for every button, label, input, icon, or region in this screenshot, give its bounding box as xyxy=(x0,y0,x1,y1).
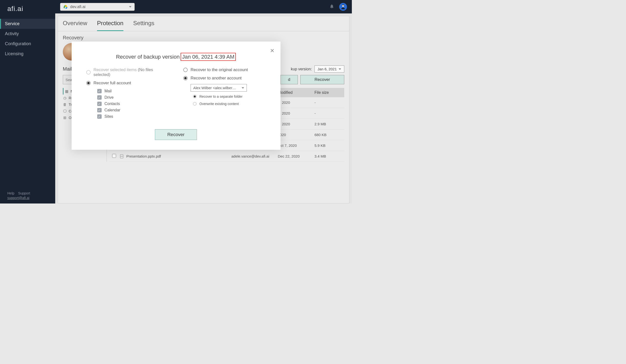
chevron-down-icon xyxy=(242,87,244,89)
modal-overlay: ✕ Recover of backup version Jan 06, 2021… xyxy=(0,0,352,204)
checkbox-icon: ✓ xyxy=(97,95,102,100)
modal-title: Recover of backup version Jan 06, 2021 4… xyxy=(86,54,266,60)
option-recover-another[interactable]: Recover to another account xyxy=(183,76,266,81)
check-contacts[interactable]: ✓Contacts xyxy=(97,102,169,106)
radio-icon xyxy=(86,81,91,85)
option-recover-original[interactable]: Recover to the original account xyxy=(183,68,266,72)
option-overwrite[interactable]: Overwrite existing content xyxy=(193,102,266,106)
option-recover-full[interactable]: Recover full account xyxy=(86,81,169,85)
check-sites[interactable]: ✓Sites xyxy=(97,114,169,119)
modal-recover-button[interactable]: Recover xyxy=(155,129,197,140)
option-separate-folder[interactable]: Recover to a separate folder xyxy=(193,95,266,99)
check-mail[interactable]: ✓Mail xyxy=(97,89,169,93)
target-account-select[interactable]: Alex Wilber <alex.wilber… xyxy=(191,84,247,92)
checkbox-icon: ✓ xyxy=(97,102,102,106)
recover-modal: ✕ Recover of backup version Jan 06, 2021… xyxy=(72,41,280,150)
checkbox-icon: ✓ xyxy=(97,89,102,93)
radio-icon xyxy=(193,95,196,98)
radio-icon xyxy=(193,102,196,106)
close-button[interactable]: ✕ xyxy=(270,48,274,54)
radio-icon xyxy=(86,70,91,74)
radio-icon xyxy=(183,76,188,80)
check-calendar[interactable]: ✓Calendar xyxy=(97,108,169,112)
checkbox-icon: ✓ xyxy=(97,114,102,119)
radio-icon xyxy=(183,68,188,72)
option-recover-selected[interactable]: Recover selected items (No files selecte… xyxy=(86,68,169,77)
checkbox-icon: ✓ xyxy=(97,108,102,112)
check-drive[interactable]: ✓Drive xyxy=(97,95,169,100)
backup-timestamp: Jan 06, 2021 4:39 AM xyxy=(181,53,236,61)
